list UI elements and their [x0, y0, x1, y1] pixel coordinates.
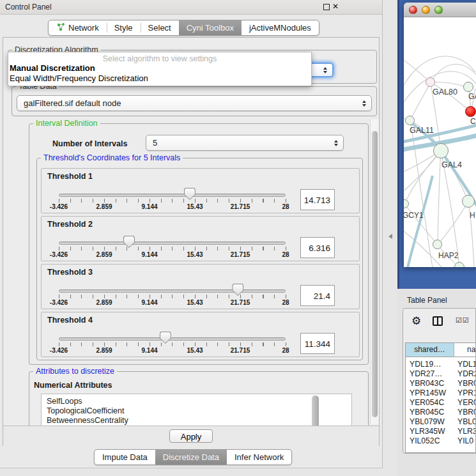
- table-data-combobox[interactable]: galFiltered.sif default node: [17, 95, 372, 111]
- table-row[interactable]: YIL052CYIL0: [406, 436, 475, 444]
- cell: YLR3: [454, 427, 475, 436]
- stepper-arrows-icon: [362, 100, 366, 107]
- tab-select[interactable]: Select: [141, 20, 179, 35]
- network-icon: [56, 22, 65, 33]
- table-row[interactable]: YLR345WYLR3: [406, 427, 475, 436]
- network-desktop-frame: GAL80 GA C GAL11 GAL4 GCY1 H HAP2: [397, 0, 476, 289]
- tick-label: 21.715: [231, 347, 250, 354]
- tab-discretize-data[interactable]: Discretize Data: [155, 450, 227, 464]
- slider-ticks: [59, 295, 286, 298]
- thresholds-group: Threshold's Coordinates for 5 Intervals …: [36, 158, 363, 360]
- list-item[interactable]: BetweennessCentrality: [42, 416, 351, 426]
- settings-scrollbar[interactable]: [370, 119, 379, 424]
- slider-track[interactable]: [59, 194, 286, 197]
- cell: YIL0: [454, 436, 475, 444]
- threshold-slider[interactable]: -3.426 2.859 9.144 15.43 21.715 28: [59, 284, 286, 309]
- table-row[interactable]: YBL079WYBL0: [406, 417, 475, 427]
- minimize-traffic-light[interactable]: [422, 6, 430, 14]
- threshold-row: Threshold 3 -3.426 2.859 9.144 15.43: [41, 264, 360, 309]
- threshold-slider[interactable]: -3.426 2.859 9.144 15.43 21.715 28: [59, 188, 286, 213]
- node-label: GAL80: [433, 88, 457, 96]
- tab-label: Impute Data: [102, 452, 148, 462]
- table-row[interactable]: YBR045CYBR0: [406, 408, 475, 417]
- network-node-ga[interactable]: [463, 82, 473, 92]
- slider-track[interactable]: [59, 289, 286, 293]
- threshold-value-field[interactable]: 11.344: [300, 333, 335, 354]
- threshold-slider[interactable]: -3.426 2.859 9.144 15.43 21.715 28: [59, 236, 286, 261]
- tab-jactivemnodules[interactable]: jActiveMNodules: [242, 20, 319, 35]
- threshold-label: Threshold 4: [47, 316, 93, 325]
- tab-infer-network[interactable]: Infer Network: [227, 450, 291, 464]
- combobox-value: 5: [153, 138, 157, 148]
- cell: YBL0: [454, 417, 475, 427]
- slider-track[interactable]: [59, 337, 286, 341]
- apply-button[interactable]: Apply: [169, 429, 213, 443]
- network-node-gal4[interactable]: [433, 143, 449, 158]
- threshold-label: Threshold 2: [47, 220, 93, 229]
- network-node-h[interactable]: [462, 195, 475, 208]
- number-of-intervals-combobox[interactable]: 5: [146, 135, 344, 151]
- tab-network[interactable]: Network: [49, 20, 107, 35]
- slider-tick-labels: -3.426 2.859 9.144 15.43 21.715 28: [59, 347, 286, 355]
- splitter-collapse-icon[interactable]: [388, 234, 392, 239]
- list-scrollbar[interactable]: [312, 395, 319, 426]
- tick-label: 2.859: [96, 299, 112, 306]
- threshold-label: Threshold 1: [47, 172, 93, 181]
- table-panel-title: Table Panel: [407, 296, 447, 305]
- tick-label: 2.859: [96, 251, 112, 258]
- list-item[interactable]: SelfLoops: [42, 394, 351, 406]
- table-row[interactable]: YER054CYER0: [406, 398, 475, 408]
- select-columns-icon[interactable]: ☑☑: [456, 316, 470, 325]
- dropdown-item-manual-discretization[interactable]: Manual Discretization: [8, 63, 311, 73]
- apply-row: Apply: [3, 426, 379, 446]
- zoom-traffic-light[interactable]: [434, 6, 443, 14]
- column-header-name[interactable]: na: [454, 343, 475, 357]
- number-of-intervals-label: Number of Intervals: [52, 139, 127, 148]
- threshold-slider[interactable]: -3.426 2.859 9.144 15.43 21.715 28: [59, 332, 286, 357]
- threshold-value-field[interactable]: 6.316: [300, 237, 335, 258]
- tick-label: 9.144: [141, 251, 157, 258]
- network-node-selected-red[interactable]: [465, 106, 476, 117]
- close-traffic-light[interactable]: [409, 6, 417, 14]
- tab-impute-data[interactable]: Impute Data: [95, 450, 155, 464]
- table-data-group: Table Data galFiltered.sif default node: [12, 86, 377, 116]
- table-panel: Table Panel ⚙ ☑☑ shared… na YDL19…YDL1 Y…: [397, 289, 476, 476]
- tab-cyni-toolbox[interactable]: Cyni Toolbox: [179, 20, 242, 35]
- column-header-shared-name[interactable]: shared…: [406, 343, 454, 357]
- float-window-icon[interactable]: [323, 4, 330, 10]
- control-panel-header: Control Panel ✕: [0, 0, 382, 15]
- cell: YER0: [454, 398, 475, 408]
- close-icon[interactable]: ✕: [332, 2, 339, 11]
- threshold-value-field[interactable]: 14.713: [300, 189, 335, 210]
- table-row[interactable]: YBR043CYBR0: [406, 379, 475, 388]
- network-node-gal11[interactable]: [405, 116, 415, 125]
- threshold-row: Threshold 1 -3.426 2.859 9.144 15.43: [41, 168, 360, 213]
- tick-label: 15.43: [187, 299, 203, 306]
- network-node-gal80[interactable]: [426, 77, 435, 87]
- tick-label: 9.144: [141, 347, 157, 354]
- table-row[interactable]: YDR27…YDR2: [406, 369, 475, 379]
- tab-style[interactable]: Style: [107, 20, 141, 35]
- scrollbar-thumb[interactable]: [372, 131, 378, 417]
- tab-label: Cyni Toolbox: [187, 23, 234, 33]
- cell: YBR0: [454, 379, 475, 388]
- tab-label: Network: [68, 23, 99, 33]
- application-window: Control Panel ✕ Network Style Select Cy: [0, 0, 476, 476]
- network-canvas[interactable]: GAL80 GA C GAL11 GAL4 GCY1 H HAP2: [404, 17, 476, 267]
- gear-icon[interactable]: ⚙: [411, 314, 421, 328]
- network-node-hap2[interactable]: [433, 240, 442, 249]
- tab-label: Style: [114, 23, 133, 33]
- table-row[interactable]: YPR145WYPR1: [406, 388, 475, 398]
- column-layout-icon[interactable]: [433, 316, 443, 326]
- group-label: Interval Definition: [33, 119, 100, 128]
- network-window-titlebar[interactable]: [404, 3, 476, 17]
- node-table: shared… na YDL19…YDL1 YDR27…YDR2 YBR043C…: [405, 342, 475, 453]
- dropdown-item-equal-width-frequency[interactable]: Equal Width/Frequency Discretization: [8, 73, 311, 84]
- slider-track[interactable]: [59, 242, 286, 245]
- list-item[interactable]: TopologicalCoefficient: [42, 406, 351, 416]
- threshold-value-field[interactable]: 21.4: [300, 285, 335, 306]
- tick-label: 15.43: [187, 251, 203, 258]
- tab-label: Infer Network: [234, 452, 284, 462]
- cell: YDR27…: [406, 369, 454, 379]
- table-row[interactable]: YDL19…YDL1: [406, 360, 475, 369]
